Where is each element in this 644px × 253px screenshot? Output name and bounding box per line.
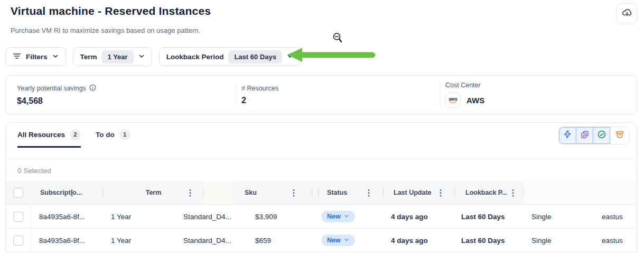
table-row: 8a4935a6-8f... 1 Year Standard_D4... $65… (6, 229, 637, 252)
copy-check-action-button[interactable] (576, 127, 593, 144)
header-checkbox-cell (6, 181, 31, 204)
cell-last-update: 4 days ago (382, 213, 452, 221)
cell-scope: Single (522, 213, 592, 221)
savings-value: $4,568 (17, 96, 236, 106)
row-checkbox[interactable] (13, 236, 23, 246)
filters-button[interactable]: Filters (5, 47, 66, 66)
cell-scope: Single (522, 237, 592, 245)
summary-card: Yearly potential savings $4,568 # Resour… (5, 75, 638, 114)
column-menu-icon[interactable] (512, 189, 514, 198)
cell-lookback-period: Last 60 Days (452, 213, 522, 221)
savings-section: Yearly potential savings $4,568 (6, 84, 236, 106)
lightning-action-button[interactable] (559, 127, 576, 144)
check-circle-action-button[interactable] (593, 127, 610, 144)
tab-count-badge: 2 (70, 129, 81, 140)
check-circle-icon (597, 130, 606, 141)
row-checkbox-cell (6, 229, 31, 252)
term-label: Term (80, 53, 97, 61)
row-checkbox[interactable] (13, 212, 23, 222)
cell-term: 1 Year (102, 237, 175, 245)
table-row: 8a4935a6-8f... 1 Year Standard_D4... $3,… (6, 205, 637, 229)
column-menu-icon[interactable] (293, 189, 295, 198)
lightning-icon (563, 130, 572, 141)
cost-center-value: AWS (466, 96, 484, 105)
column-header-last-update[interactable]: Last Update (384, 181, 455, 204)
archive-bin-action-button[interactable] (610, 127, 629, 144)
term-value-chip: 1 Year (102, 50, 134, 64)
lookback-period-label: Lookback Period (166, 53, 224, 61)
status-badge[interactable]: New (321, 234, 355, 246)
column-header-status[interactable]: Status (319, 181, 384, 204)
filter-toolbar: Filters Term 1 Year Lookback Period Last… (5, 47, 301, 66)
cell-status: New (312, 234, 382, 246)
tab-strip-separator (6, 148, 637, 159)
chevron-down-icon (344, 213, 349, 220)
header-spacer (204, 181, 233, 204)
tab-label: To do (96, 131, 115, 139)
chevron-down-icon (344, 237, 349, 244)
header-spacer (312, 181, 319, 204)
magnifier-minus-icon (332, 32, 343, 47)
row-checkbox-cell (6, 205, 31, 228)
header-filler (524, 181, 637, 204)
cell-region: eastus (592, 213, 637, 221)
filters-label: Filters (26, 53, 48, 61)
cell-subscription: 8a4935a6-8f... (31, 213, 102, 221)
table-header-row: Subscriptio... Term Sku Status (6, 181, 637, 205)
cost-center-section: Cost Center aws AWS (440, 82, 484, 108)
column-header-subscription[interactable]: Subscriptio... (31, 181, 103, 204)
chevron-down-icon (52, 53, 59, 61)
status-badge[interactable]: New (321, 211, 355, 222)
column-header-term[interactable]: Term (103, 181, 204, 204)
cost-center-label: Cost Center (445, 82, 481, 89)
column-menu-icon[interactable] (368, 189, 370, 198)
cell-price: $659 (246, 237, 312, 245)
cell-term: 1 Year (102, 213, 175, 221)
cell-region: eastus (592, 237, 637, 245)
cloud-download-button[interactable] (617, 3, 638, 24)
tab-all-resources[interactable]: All Resources 2 (17, 123, 81, 148)
annotation-arrow-icon (287, 47, 377, 65)
cell-sku: Standard_D4... (175, 213, 246, 221)
column-menu-icon[interactable] (189, 189, 191, 198)
column-header-sku[interactable]: Sku (233, 181, 312, 204)
copy-check-icon (580, 130, 590, 141)
tab-to-do[interactable]: To do 1 (96, 123, 130, 148)
filter-lines-icon (13, 52, 21, 61)
column-menu-icon[interactable] (71, 189, 73, 198)
lookback-period-dropdown[interactable]: Lookback Period Last 60 Days (159, 47, 301, 66)
tab-count-badge: 1 (119, 129, 130, 140)
resources-table-card: All Resources 2 To do 1 (5, 122, 638, 253)
cell-status: New (312, 211, 382, 222)
cell-price: $3,909 (246, 213, 312, 221)
cell-subscription: 8a4935a6-8f... (31, 237, 102, 245)
selection-count: 0 Selected (6, 159, 637, 181)
select-all-checkbox[interactable] (13, 188, 23, 198)
table-actions-group (558, 126, 630, 144)
cell-lookback-period: Last 60 Days (452, 237, 522, 245)
info-circle-icon[interactable] (89, 84, 96, 93)
cloud-download-icon (622, 7, 632, 20)
column-menu-icon[interactable] (440, 189, 442, 198)
page-subtitle: Purchase VM RI to maximize savings based… (11, 26, 200, 34)
savings-label: Yearly potential savings (17, 85, 86, 92)
column-header-lookback-period[interactable]: Lookback P... (455, 181, 524, 204)
chevron-down-icon (138, 53, 145, 61)
resources-label: # Resources (241, 85, 278, 92)
reserved-instances-page: Virtual machine - Reserved Instances Pur… (0, 0, 644, 253)
aws-logo: aws (445, 93, 461, 108)
cell-last-update: 4 days ago (382, 237, 452, 245)
resources-value: 2 (241, 96, 440, 105)
lookback-period-value-chip: Last 60 Days (228, 50, 282, 64)
page-title: Virtual machine - Reserved Instances (11, 5, 211, 17)
cell-sku: Standard_D4... (175, 237, 246, 245)
term-dropdown[interactable]: Term 1 Year (73, 47, 152, 66)
resources-section: # Resources 2 (236, 85, 440, 105)
archive-bin-icon (615, 130, 624, 141)
tab-strip: All Resources 2 To do 1 (6, 123, 637, 148)
tab-label: All Resources (17, 131, 65, 139)
